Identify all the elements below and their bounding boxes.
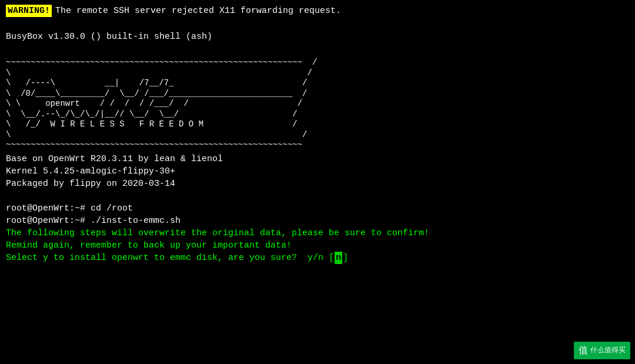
- command-sh: root@OpenWrt:~# ./inst-to-emmc.sh: [6, 215, 629, 227]
- blank-line-2: [6, 43, 629, 55]
- kernel-info: Kernel 5.4.25-amlogic-flippy-30+: [6, 165, 629, 178]
- cmd1-text: cd /root: [85, 203, 133, 213]
- packaged-info: Packaged by flippy on 2020-03-14: [6, 178, 629, 190]
- watermark-icon: 值: [579, 344, 588, 357]
- terminal-window: WARNING! The remote SSH server rejected …: [0, 0, 635, 364]
- warning-line: WARNING! The remote SSH server rejected …: [6, 5, 629, 17]
- watermark-text: 什么值得买: [590, 345, 626, 355]
- command-cd: root@OpenWrt:~# cd /root: [6, 202, 629, 215]
- yn-space: [297, 252, 308, 264]
- cmd2-text: ./inst-to-emmc.sh: [85, 216, 181, 226]
- yn-prompt-line: Select y to install openwrt to emmc disk…: [6, 252, 629, 264]
- busybox-info: BusyBox v1.30.0 () built-in shell (ash): [6, 31, 629, 43]
- yn-bracket-close: ]: [343, 252, 348, 264]
- overwrite-warning: The following steps will overwrite the o…: [6, 227, 629, 239]
- yn-bracket-open: [: [323, 252, 334, 264]
- yn-prompt-text: Select y to install openwrt to emmc disk…: [6, 252, 297, 264]
- backup-warning: Remind again, remember to back up your i…: [6, 239, 629, 252]
- warning-badge: WARNING!: [6, 5, 52, 17]
- prompt-1: root@OpenWrt:~#: [6, 203, 85, 213]
- yn-default: n: [335, 252, 342, 264]
- yn-options: y/n: [308, 252, 323, 264]
- blank-line-1: [6, 18, 629, 31]
- watermark-badge: 值 什么值得买: [574, 342, 630, 359]
- base-info: Base on OpenWrt R20.3.11 by lean & lieno…: [6, 153, 629, 165]
- blank-line-3: [6, 190, 629, 202]
- ascii-art: ~~~~~~~~~~~~~~~~~~~~~~~~~~~~~~~~~~~~~~~~…: [6, 58, 629, 151]
- prompt-2: root@OpenWrt:~#: [6, 216, 85, 226]
- warning-text: The remote SSH server rejected X11 forwa…: [55, 5, 341, 17]
